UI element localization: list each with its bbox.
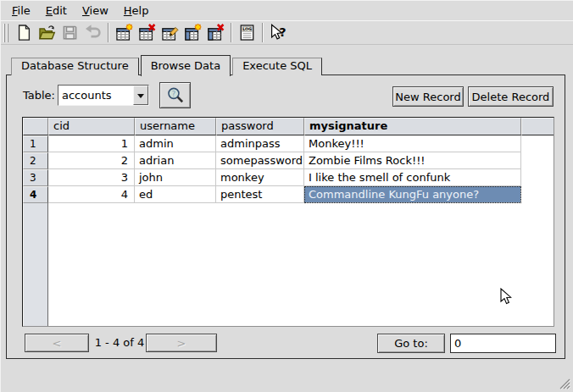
- revert-changes-button[interactable]: [81, 22, 104, 44]
- table-select[interactable]: accounts: [58, 85, 149, 106]
- cell-mysignature-selected[interactable]: Commandline KungFu anyone?: [304, 186, 521, 203]
- modify-table-icon: [161, 24, 179, 41]
- resize-grip[interactable]: [558, 377, 570, 389]
- search-button[interactable]: ?: [159, 82, 191, 108]
- create-table-icon: [115, 24, 133, 41]
- cell-cid[interactable]: 4: [48, 186, 135, 203]
- delete-index-button[interactable]: [204, 22, 227, 44]
- grid-header-row: cid username password mysignature: [23, 118, 554, 135]
- column-header-mysignature[interactable]: mysignature: [304, 118, 521, 135]
- cell-password[interactable]: adminpass: [216, 135, 304, 152]
- table-label: Table:: [23, 89, 55, 102]
- row-header-2[interactable]: 2: [23, 152, 48, 169]
- delete-record-button[interactable]: Delete Record: [468, 86, 554, 107]
- cell-username[interactable]: admin: [135, 135, 216, 152]
- tab-database-structure[interactable]: Database Structure: [11, 58, 139, 75]
- show-log-button[interactable]: LOG: [236, 22, 259, 44]
- table-select-arrow[interactable]: [133, 86, 148, 105]
- goto-button[interactable]: Go to:: [377, 334, 445, 353]
- whats-this-icon: ?: [270, 24, 287, 41]
- table-row: 2 2 adrian somepassword Zombie Films Roc…: [23, 152, 554, 169]
- row-header-strip: [23, 203, 48, 326]
- table-row: 1 1 admin adminpass Monkey!!!: [23, 135, 554, 152]
- svg-text:?: ?: [171, 89, 175, 97]
- log-icon: LOG: [238, 24, 256, 41]
- toolbar: LOG ?: [1, 20, 573, 45]
- revert-changes-icon: [84, 24, 102, 41]
- menu-edit[interactable]: Edit: [39, 3, 74, 19]
- cell-username[interactable]: adrian: [135, 152, 216, 169]
- table-select-value: accounts: [58, 89, 133, 102]
- app-window: File Edit View Help: [0, 0, 573, 392]
- open-database-button[interactable]: [36, 22, 58, 44]
- row-header-3[interactable]: 3: [23, 169, 48, 186]
- cell-username[interactable]: ed: [135, 186, 216, 203]
- delete-table-icon: [138, 24, 156, 41]
- cell-password[interactable]: monkey: [216, 169, 304, 186]
- tab-browse-data[interactable]: Browse Data: [141, 55, 231, 76]
- cell-username[interactable]: john: [135, 169, 216, 186]
- modify-table-button[interactable]: [159, 22, 181, 44]
- save-database-button[interactable]: [58, 22, 81, 44]
- previous-records-button[interactable]: <: [25, 334, 89, 352]
- new-record-button[interactable]: New Record: [392, 86, 464, 107]
- create-table-button[interactable]: [113, 22, 136, 44]
- delete-index-icon: [207, 24, 225, 41]
- menu-file[interactable]: File: [5, 3, 37, 19]
- row-header-1[interactable]: 1: [23, 135, 48, 152]
- menu-view[interactable]: View: [75, 3, 115, 19]
- new-database-icon: [15, 24, 33, 41]
- cell-mysignature[interactable]: I like the smell of confunk: [304, 169, 521, 186]
- record-range-text: 1 - 4 of 4: [92, 334, 147, 352]
- cell-cid[interactable]: 1: [48, 135, 135, 152]
- whats-this-button[interactable]: ?: [267, 22, 290, 44]
- delete-table-button[interactable]: [136, 22, 159, 44]
- open-database-icon: [38, 24, 56, 41]
- cell-password[interactable]: pentest: [216, 186, 304, 203]
- toolbar-separator: [108, 23, 109, 42]
- toolbar-separator: [231, 23, 232, 42]
- svg-text:?: ?: [279, 25, 286, 39]
- toolbar-separator: [262, 23, 264, 42]
- tab-bar: Database Structure Browse Data Execute S…: [11, 54, 324, 75]
- tab-execute-sql[interactable]: Execute SQL: [232, 58, 322, 75]
- data-grid: cid username password mysignature 1 1 ad…: [22, 117, 554, 327]
- column-header-stub: [521, 118, 554, 135]
- table-row: 4 4 ed pentest Commandline KungFu anyone…: [23, 186, 554, 203]
- svg-text:LOG: LOG: [242, 27, 252, 31]
- next-records-button[interactable]: >: [146, 334, 217, 352]
- new-database-button[interactable]: [13, 22, 36, 44]
- cell-cid[interactable]: 2: [48, 152, 135, 169]
- toolbar-grip[interactable]: [3, 24, 10, 42]
- chevron-down-icon: [137, 94, 144, 102]
- browse-data-panel: Table: accounts ? New Record Delete Reco…: [6, 75, 565, 359]
- column-header-cid[interactable]: cid: [48, 118, 135, 135]
- cell-mysignature[interactable]: Monkey!!!: [304, 135, 521, 152]
- grid-corner-cell[interactable]: [23, 118, 48, 135]
- magnifier-icon: ?: [165, 86, 186, 106]
- cell-cid[interactable]: 3: [48, 169, 135, 186]
- menu-bar: File Edit View Help: [1, 1, 573, 20]
- menu-help[interactable]: Help: [117, 3, 156, 19]
- goto-record-input[interactable]: [450, 334, 556, 353]
- cell-mysignature[interactable]: Zombie Films Rock!!!: [304, 152, 521, 169]
- create-index-icon: [184, 24, 202, 41]
- save-database-icon: [61, 24, 79, 41]
- table-row: 3 3 john monkey I like the smell of conf…: [23, 169, 554, 186]
- create-index-button[interactable]: [181, 22, 204, 44]
- column-header-username[interactable]: username: [135, 118, 216, 135]
- column-header-password[interactable]: password: [216, 118, 304, 135]
- row-header-4[interactable]: 4: [23, 186, 48, 203]
- cell-password[interactable]: somepassword: [216, 152, 304, 169]
